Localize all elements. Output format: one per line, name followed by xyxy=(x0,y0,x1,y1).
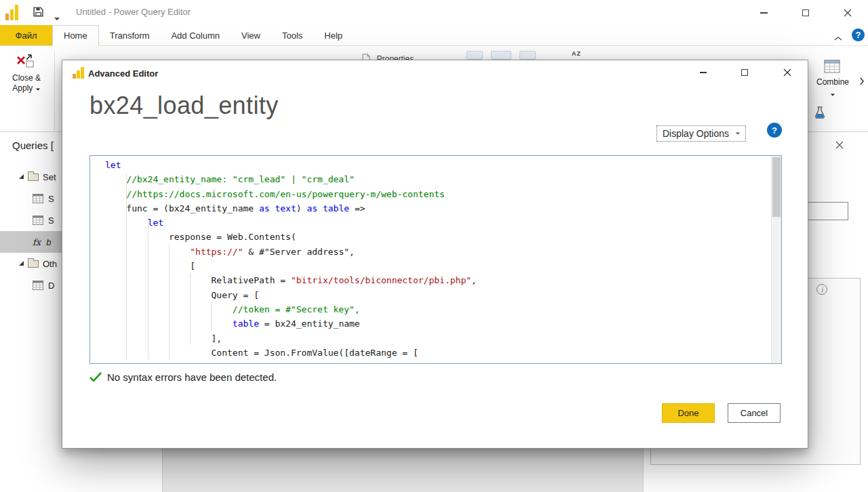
dialog-help-button[interactable]: ? xyxy=(767,123,782,138)
indent-guide xyxy=(169,245,170,360)
code-line: //token = #"Secret key", xyxy=(105,302,771,316)
indent-guide xyxy=(211,302,212,331)
function-icon: fx xyxy=(33,237,41,247)
display-options-label: Display Options xyxy=(663,128,729,139)
code-line: //https://docs.microsoft.com/en-us/power… xyxy=(105,187,771,201)
powerbi-logo-icon xyxy=(5,5,21,20)
collapse-ribbon-button[interactable] xyxy=(833,32,843,44)
ribbon-button-fragment xyxy=(467,51,483,60)
advanced-editor-icon xyxy=(72,67,83,79)
chevron-down-icon xyxy=(35,88,39,90)
query-group-label: Oth xyxy=(43,259,57,269)
window-title: Untitled - Power Query Editor xyxy=(76,7,191,17)
code-line: RelativePath = "bitrix/tools/biconnector… xyxy=(105,273,771,287)
ribbon-tab-bar: Файл Home Transform Add Column View Tool… xyxy=(0,25,868,46)
expanded-triangle-icon xyxy=(19,174,24,179)
code-line: func = (bx24_entity_name as text) as tab… xyxy=(105,201,771,216)
code-line: //bx24_entity_name: "crm_lead" | "crm_de… xyxy=(105,172,771,186)
combine-label: Combine xyxy=(812,77,854,87)
code-line: [ xyxy=(105,259,771,273)
dialog-close-button[interactable] xyxy=(777,63,797,82)
advanced-editor-dialog: Advanced Editor bx24_load_entity Display… xyxy=(62,60,808,449)
lab-flask-icon[interactable] xyxy=(814,106,825,122)
chevron-down-icon xyxy=(831,94,835,96)
close-icon xyxy=(835,141,844,149)
ribbon-more-button[interactable] xyxy=(859,76,865,88)
info-icon: i xyxy=(816,284,827,295)
ribbon-button-fragment xyxy=(491,51,511,60)
sort-az-icon: AZ xyxy=(572,50,581,57)
dialog-maximize-button[interactable] xyxy=(734,63,755,82)
folder-icon xyxy=(28,260,39,268)
query-label: D xyxy=(48,281,54,291)
maximize-icon xyxy=(802,9,809,16)
table-icon xyxy=(33,194,43,203)
minimize-icon xyxy=(760,12,768,14)
save-button[interactable] xyxy=(33,6,44,20)
query-label: S xyxy=(48,194,54,204)
tab-tools[interactable]: Tools xyxy=(271,25,313,45)
display-options-dropdown[interactable]: Display Options xyxy=(656,125,746,142)
close-button[interactable] xyxy=(832,0,863,25)
close-icon xyxy=(783,68,791,77)
chevron-down-icon xyxy=(54,18,60,20)
done-button[interactable]: Done xyxy=(662,403,715,423)
query-label: S xyxy=(48,216,54,226)
close-and-apply-button[interactable]: Close & Apply xyxy=(4,52,49,94)
query-group-label: Set xyxy=(43,172,56,182)
code-line: response = Web.Contents( xyxy=(105,230,771,244)
question-mark-icon: ? xyxy=(856,30,861,40)
cancel-button[interactable]: Cancel xyxy=(728,403,781,423)
tab-add-column[interactable]: Add Column xyxy=(160,25,231,45)
folder-icon xyxy=(28,173,39,181)
tab-home[interactable]: Home xyxy=(52,25,99,46)
dialog-title: Advanced Editor xyxy=(88,68,158,79)
maximize-button[interactable] xyxy=(790,0,821,25)
code-line: Content = Json.FromValue([dateRange = [ xyxy=(105,346,771,360)
code-line: let xyxy=(105,216,771,230)
code-content: let //bx24_entity_name: "crm_lead" | "cr… xyxy=(90,156,771,363)
quick-access-dropdown[interactable] xyxy=(54,11,60,23)
ribbon-button-fragment xyxy=(519,51,536,60)
scrollbar-thumb[interactable] xyxy=(772,157,781,217)
tab-view[interactable]: View xyxy=(231,25,271,45)
chevron-down-icon xyxy=(736,132,740,134)
table-icon xyxy=(33,216,43,225)
check-icon xyxy=(90,372,102,382)
indent-guide xyxy=(148,216,149,360)
combine-button[interactable]: Combine xyxy=(812,58,854,99)
pane-close-button[interactable] xyxy=(835,140,844,152)
table-icon xyxy=(33,281,43,290)
app-titlebar: Untitled - Power Query Editor xyxy=(0,0,868,25)
queries-pane-title: Queries [ xyxy=(12,140,54,151)
maximize-icon xyxy=(741,69,748,76)
question-mark-icon: ? xyxy=(772,125,777,136)
minimize-button[interactable] xyxy=(748,0,779,25)
indent-guide xyxy=(126,173,127,360)
code-line: startDate = Date.ToText(Date.From(DateTi… xyxy=(105,360,771,363)
query-name-heading: bx24_load_entity xyxy=(90,91,279,120)
close-apply-label-1: Close & xyxy=(4,73,49,83)
close-apply-icon xyxy=(4,52,49,73)
close-apply-label-2: Apply xyxy=(12,83,33,93)
expanded-triangle-icon xyxy=(19,261,24,266)
code-editor[interactable]: let //bx24_entity_name: "crm_lead" | "cr… xyxy=(90,155,782,364)
chevron-up-icon xyxy=(833,36,843,41)
tab-file[interactable]: Файл xyxy=(0,25,52,45)
tab-help[interactable]: Help xyxy=(313,25,353,45)
code-line: Query = [ xyxy=(105,288,771,302)
tab-transform[interactable]: Transform xyxy=(99,25,161,45)
chevron-right-icon xyxy=(859,77,865,85)
combine-table-icon xyxy=(824,58,842,75)
close-icon xyxy=(844,9,852,17)
code-line: "https://" & #"Server address", xyxy=(105,245,771,259)
indent-guide xyxy=(190,273,191,345)
code-line: table = bx24_entity_name xyxy=(105,316,771,331)
query-label: b xyxy=(46,237,51,247)
vertical-scrollbar[interactable] xyxy=(771,156,781,363)
dialog-minimize-button[interactable] xyxy=(693,63,713,82)
code-line: let xyxy=(105,158,771,172)
syntax-status-text: No syntax errors have been detected. xyxy=(107,371,277,383)
ribbon-help-button[interactable]: ? xyxy=(852,28,865,41)
code-line: ], xyxy=(105,331,771,346)
